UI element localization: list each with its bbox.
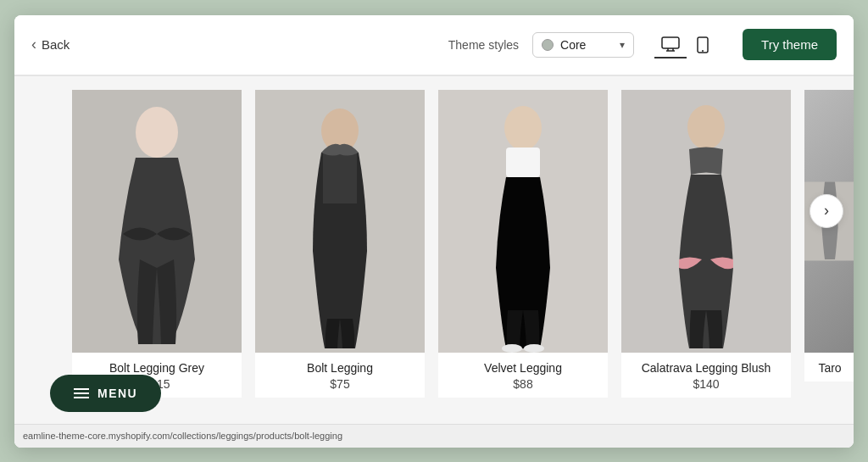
theme-styles-label: Theme styles — [448, 38, 519, 52]
svg-point-14 — [502, 344, 522, 353]
back-label: Back — [42, 37, 70, 52]
back-arrow-icon: ‹ — [31, 36, 36, 53]
try-theme-button[interactable]: Try theme — [743, 29, 837, 60]
menu-hamburger-icon — [74, 388, 89, 398]
mobile-device-button[interactable] — [690, 31, 715, 58]
topbar: ‹ Back Theme styles Core ▾ — [14, 15, 854, 76]
product-name: Calatrava Legging Blush — [642, 361, 771, 375]
product-name: Velvet Legging — [484, 361, 562, 375]
product-price: $88 — [513, 377, 532, 391]
product-image-bolt-legging-grey — [72, 90, 242, 353]
menu-label: MENU — [97, 387, 137, 400]
product-image-velvet-legging — [438, 90, 608, 353]
url-text: eamline-theme-core.myshopify.com/collect… — [23, 431, 342, 441]
next-arrow-button[interactable]: › — [810, 194, 843, 228]
mobile-icon — [697, 36, 709, 53]
svg-point-15 — [524, 344, 544, 353]
product-card-partial: Taro — [804, 90, 854, 381]
content-area: Bolt Legging Grey $115 — [14, 76, 854, 448]
svg-point-7 — [136, 107, 178, 158]
svg-point-12 — [504, 106, 542, 150]
product-name: Taro — [818, 361, 841, 375]
product-name: Bolt Legging — [307, 361, 373, 375]
svg-point-17 — [687, 105, 725, 149]
svg-rect-13 — [506, 148, 540, 177]
device-icons-group — [654, 31, 715, 58]
product-price: $75 — [330, 377, 349, 391]
browser-window: ‹ Back Theme styles Core ▾ — [14, 15, 854, 448]
menu-bar: MENU — [50, 375, 161, 412]
product-figure-svg — [255, 90, 425, 353]
product-figure-svg — [621, 90, 791, 353]
product-price: $140 — [693, 377, 719, 391]
product-name: Bolt Legging Grey — [109, 361, 204, 375]
product-card: Bolt Legging $75 — [255, 90, 425, 398]
desktop-icon — [661, 36, 680, 52]
chevron-down-icon: ▾ — [620, 39, 625, 51]
product-figure-svg — [438, 90, 608, 353]
product-figure-svg — [72, 90, 242, 353]
svg-rect-10 — [323, 153, 357, 203]
menu-pill-button[interactable]: MENU — [50, 375, 161, 412]
product-image-bolt-legging — [255, 90, 425, 353]
product-card: Bolt Legging Grey $115 — [72, 90, 242, 398]
svg-point-5 — [702, 50, 704, 52]
product-card: Velvet Legging $88 — [438, 90, 608, 398]
theme-selector-dropdown[interactable]: Core ▾ — [532, 32, 634, 58]
url-bar: eamline-theme-core.myshopify.com/collect… — [14, 424, 854, 448]
desktop-device-button[interactable] — [654, 31, 687, 58]
product-image-calatrava — [621, 90, 791, 353]
product-card: Calatrava Legging Blush $140 — [621, 90, 791, 398]
svg-rect-0 — [662, 37, 679, 48]
back-button[interactable]: ‹ Back — [31, 36, 70, 53]
theme-name-label: Core — [560, 38, 613, 52]
theme-color-dot — [542, 39, 554, 51]
